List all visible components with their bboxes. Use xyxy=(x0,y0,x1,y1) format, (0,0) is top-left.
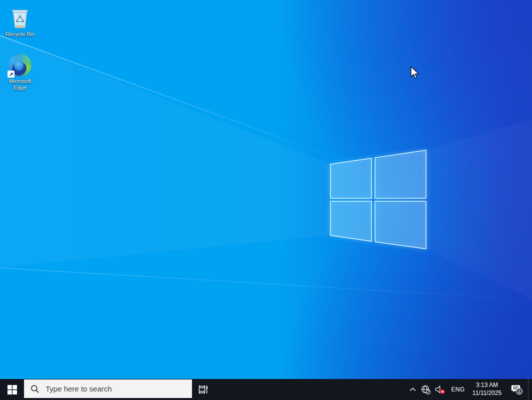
taskbar: ENG 3:13 AM 11/11/2025 1 xyxy=(0,379,532,400)
clock-date: 11/11/2025 xyxy=(472,389,502,397)
desktop-icon-microsoft-edge[interactable]: Microsoft Edge xyxy=(0,54,40,92)
taskbar-search[interactable] xyxy=(24,379,192,398)
svg-text:1: 1 xyxy=(518,388,520,394)
task-view-button[interactable] xyxy=(192,379,214,400)
show-hidden-icons-button[interactable] xyxy=(406,379,419,400)
desktop-icon-label: Microsoft Edge xyxy=(4,78,36,91)
start-button[interactable] xyxy=(0,379,24,400)
show-desktop-button[interactable] xyxy=(528,379,532,400)
globe-no-internet-icon xyxy=(421,385,431,394)
language-label: ENG xyxy=(452,386,465,393)
clock-time: 3:13 AM xyxy=(472,381,502,389)
language-indicator[interactable]: ENG xyxy=(448,379,468,400)
shortcut-arrow-icon xyxy=(8,71,14,78)
action-center-button[interactable]: 1 xyxy=(506,379,528,400)
system-tray: ENG 3:13 AM 11/11/2025 1 xyxy=(406,379,532,400)
recycle-bin-icon xyxy=(8,6,32,29)
task-view-icon xyxy=(198,384,208,395)
speaker-muted-icon xyxy=(435,385,446,394)
chevron-up-icon xyxy=(410,387,416,391)
edge-icon xyxy=(8,54,32,77)
windows-desktop: { "desktop": { "icons": [ { "label": "Re… xyxy=(0,0,532,400)
desktop-icon-recycle-bin[interactable]: Recycle Bin xyxy=(0,6,40,38)
windows-logo xyxy=(328,147,430,253)
search-input[interactable] xyxy=(46,384,192,393)
search-icon xyxy=(30,384,40,393)
clock[interactable]: 3:13 AM 11/11/2025 xyxy=(468,379,506,400)
volume-muted-button[interactable] xyxy=(432,379,448,400)
notification-icon: 1 xyxy=(510,384,524,395)
notification-badge: 1 xyxy=(516,388,522,394)
desktop-icon-label: Recycle Bin xyxy=(6,31,34,38)
network-status-button[interactable] xyxy=(419,379,432,400)
windows-start-icon xyxy=(8,385,17,394)
mouse-cursor-icon xyxy=(410,66,420,80)
